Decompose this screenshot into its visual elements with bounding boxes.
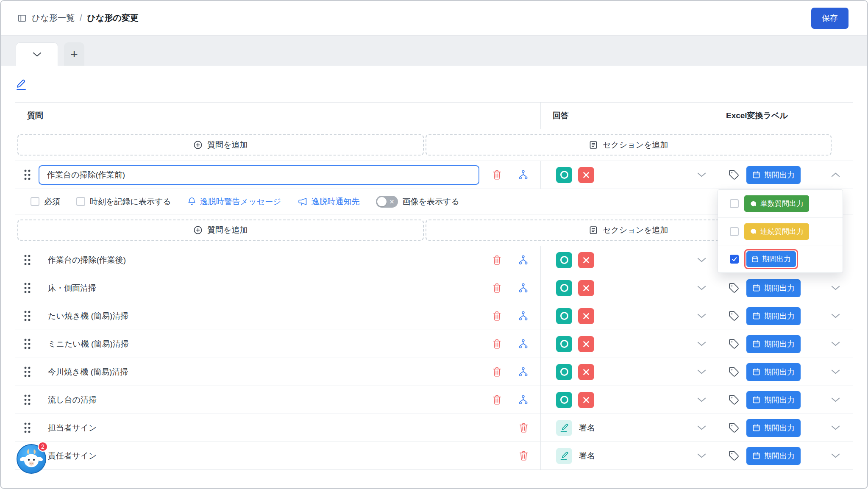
option-checkbox-checked[interactable]	[730, 255, 739, 264]
signature-row[interactable]: 責任者サイン 署名 期間出力	[15, 442, 853, 470]
dropdown-option-single-question[interactable]: 単数質問出力	[718, 190, 843, 217]
add-question-button[interactable]: 質問を追加	[17, 134, 424, 156]
chevron-down-icon[interactable]	[697, 341, 706, 347]
dropdown-option-continuous-question[interactable]: 連続質問出力	[718, 217, 843, 245]
question-table: 質問 回答 Excel変換ラベル 質問を追加 セクションを追加	[15, 102, 853, 470]
trash-icon[interactable]	[492, 283, 502, 293]
signature-row[interactable]: 担当者サイン 署名 期間出力	[15, 414, 853, 442]
page-tab[interactable]	[16, 42, 58, 66]
chevron-down-icon[interactable]	[831, 453, 840, 458]
branch-icon[interactable]	[518, 283, 529, 293]
continuous-question-output-pill[interactable]: 連続質問出力	[744, 223, 809, 240]
drag-handle[interactable]	[24, 366, 31, 378]
answer-ok-badge[interactable]	[556, 280, 572, 296]
chevron-down-icon[interactable]	[697, 285, 706, 291]
period-output-button[interactable]: 期間出力	[746, 335, 801, 353]
period-output-button[interactable]: 期間出力	[746, 279, 801, 297]
branch-icon[interactable]	[518, 311, 529, 321]
trash-icon[interactable]	[492, 311, 502, 321]
period-output-pill[interactable]: 期間出力	[746, 251, 796, 267]
trash-icon[interactable]	[492, 169, 502, 180]
deviation-warning-link[interactable]: 逸脱時警告メッセージ	[187, 196, 281, 207]
trash-icon[interactable]	[492, 367, 502, 377]
chevron-up-icon[interactable]	[831, 172, 840, 178]
chevron-down-icon[interactable]	[831, 341, 840, 347]
answer-ng-badge[interactable]	[578, 364, 594, 380]
branch-icon[interactable]	[518, 339, 529, 349]
option-checkbox[interactable]	[730, 199, 739, 208]
trash-icon[interactable]	[492, 395, 502, 405]
question-input[interactable]	[39, 165, 479, 185]
chevron-down-icon[interactable]	[831, 397, 840, 403]
chevron-down-icon[interactable]	[697, 369, 706, 375]
chat-widget[interactable]: 2	[17, 444, 46, 474]
trash-icon[interactable]	[492, 255, 502, 265]
chevron-down-icon[interactable]	[697, 425, 706, 431]
answer-ok-badge[interactable]	[556, 364, 572, 380]
add-section-button[interactable]: セクションを追加	[426, 134, 832, 156]
save-button[interactable]: 保存	[811, 8, 849, 29]
check-icon	[731, 256, 737, 262]
trash-icon[interactable]	[492, 339, 502, 349]
answer-ng-badge[interactable]	[578, 336, 594, 352]
question-row[interactable]: たい焼き機 (簡易)清掃 期間出力	[15, 302, 853, 330]
answer-ok-badge[interactable]	[556, 252, 572, 268]
chevron-down-icon[interactable]	[831, 425, 840, 431]
chevron-down-icon[interactable]	[697, 397, 706, 403]
required-checkbox[interactable]	[31, 197, 39, 206]
branch-icon[interactable]	[518, 367, 529, 377]
show-time-checkbox[interactable]	[76, 197, 85, 206]
question-row[interactable]: 流し台の清掃 期間出力	[15, 386, 853, 414]
question-row-active[interactable]: 期間出力	[15, 161, 853, 189]
drag-handle[interactable]	[24, 282, 31, 294]
question-row[interactable]: 今川焼き機 (簡易)清掃 期間出力	[15, 358, 853, 386]
chevron-down-icon[interactable]	[831, 285, 840, 291]
deviation-notification-link[interactable]: 逸脱時通知先	[298, 196, 360, 207]
drag-handle[interactable]	[24, 422, 31, 433]
chevron-down-icon[interactable]	[831, 313, 840, 319]
period-output-button[interactable]: 期間出力	[746, 447, 801, 465]
period-output-button[interactable]: 期間出力	[746, 166, 801, 184]
chevron-down-icon[interactable]	[831, 369, 840, 375]
answer-ng-badge[interactable]	[578, 252, 594, 268]
drag-handle[interactable]	[24, 169, 31, 181]
answer-ok-badge[interactable]	[556, 392, 572, 408]
period-output-button[interactable]: 期間出力	[746, 307, 801, 325]
drag-handle[interactable]	[24, 254, 31, 266]
circle-icon	[560, 171, 568, 179]
add-tab-button[interactable]: +	[64, 42, 84, 66]
chevron-down-icon[interactable]	[697, 453, 706, 458]
chevron-down-icon[interactable]	[697, 257, 706, 263]
chevron-down-icon[interactable]	[697, 172, 706, 178]
answer-ng-badge[interactable]	[578, 167, 594, 183]
period-output-button[interactable]: 期間出力	[746, 363, 801, 381]
answer-ng-badge[interactable]	[578, 308, 594, 324]
question-row[interactable]: 床・側面清掃 期間出力	[15, 274, 853, 302]
drag-handle[interactable]	[24, 310, 31, 322]
answer-ng-badge[interactable]	[578, 280, 594, 296]
trash-icon[interactable]	[519, 422, 529, 433]
question-row[interactable]: ミニたい機 (簡易)清掃 期間出力	[15, 330, 853, 358]
drag-handle[interactable]	[24, 338, 31, 350]
branch-icon[interactable]	[518, 170, 529, 180]
single-question-output-pill[interactable]: 単数質問出力	[744, 195, 809, 212]
period-output-button[interactable]: 期間出力	[746, 391, 801, 409]
dropdown-option-period[interactable]: 期間出力	[718, 245, 843, 272]
edit-pencil-icon[interactable]	[15, 78, 28, 91]
answer-ng-badge[interactable]	[578, 392, 594, 408]
breadcrumb-parent[interactable]: ひな形一覧	[32, 12, 75, 24]
trash-icon[interactable]	[519, 450, 529, 461]
option-checkbox[interactable]	[730, 227, 739, 236]
answer-ok-badge[interactable]	[556, 308, 572, 324]
answer-ok-badge[interactable]	[556, 167, 572, 183]
branch-icon[interactable]	[518, 395, 529, 405]
show-image-toggle[interactable]: ✕	[376, 196, 398, 208]
column-header-answer: 回答	[540, 103, 719, 129]
answer-ok-badge[interactable]	[556, 336, 572, 352]
branch-icon[interactable]	[518, 255, 529, 265]
show-time-option: 時刻を記録に表示する	[76, 196, 171, 207]
period-output-button[interactable]: 期間出力	[746, 419, 801, 437]
chevron-down-icon[interactable]	[697, 313, 706, 319]
add-question-button[interactable]: 質問を追加	[17, 219, 424, 241]
drag-handle[interactable]	[24, 394, 31, 406]
